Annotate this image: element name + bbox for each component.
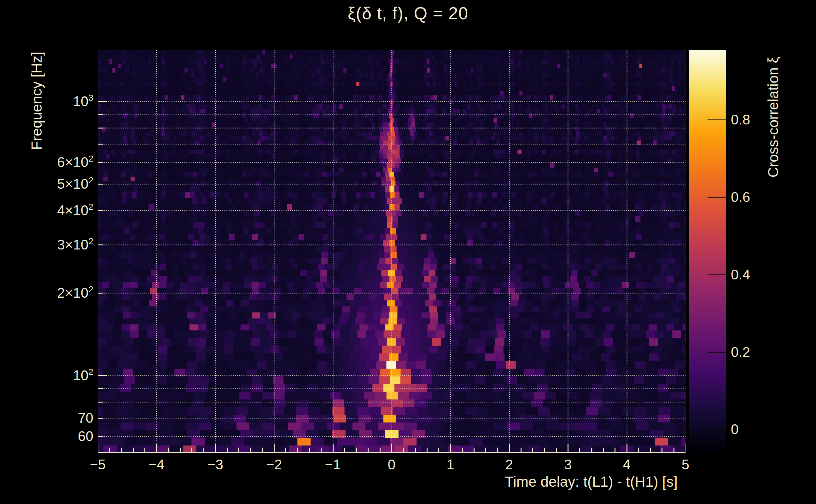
y-axis-tick-label: 5×102 (21, 176, 93, 194)
y-tick-base: 3×10 (57, 237, 88, 252)
x-axis-tick-label: −2 (255, 456, 293, 473)
x-axis-tick-label: 1 (431, 456, 469, 473)
colorbar-tick-label: 0.4 (731, 266, 750, 283)
y-tick-exponent: 2 (88, 202, 93, 212)
heatmap-canvas (98, 50, 686, 453)
y-axis-tick-label: 3×102 (21, 237, 93, 255)
y-axis-tick-label: 70 (21, 410, 93, 426)
y-tick-base: 6×10 (57, 154, 88, 170)
x-axis-tick-label: −4 (137, 456, 175, 473)
colorbar-tick-label: 0.6 (731, 189, 750, 205)
y-axis-tick-label: 103 (21, 93, 93, 112)
x-axis-tick-label: 0 (373, 456, 411, 473)
y-tick-base: 5×10 (57, 176, 88, 192)
y-axis-tick-label: 6×102 (21, 154, 93, 172)
y-tick-base: 10 (73, 368, 88, 383)
y-axis-tick-label: 102 (21, 367, 93, 386)
x-axis-tick-label: 5 (667, 456, 704, 473)
x-axis-tick-label: 4 (608, 456, 646, 473)
y-tick-exponent: 2 (88, 175, 93, 185)
y-tick-base: 60 (78, 428, 93, 444)
y-axis-tick-label: 2×102 (21, 285, 93, 303)
colorbar-title: Cross-correlation ξ (765, 57, 782, 178)
y-tick-exponent: 2 (88, 367, 93, 377)
colorbar-tick-label: 0.8 (731, 112, 750, 128)
y-tick-exponent: 2 (88, 236, 93, 246)
y-tick-exponent: 2 (88, 284, 93, 294)
y-axis-tick-label: 60 (21, 428, 93, 444)
y-tick-base: 70 (78, 410, 93, 426)
y-tick-base: 4×10 (57, 203, 88, 218)
x-axis-title: Time delay: t(L1) - t(H1) [s] (497, 473, 686, 490)
y-tick-base: 10 (73, 94, 88, 109)
figure: ξ(δ t, f), Q = 20 Frequency [Hz] Time de… (0, 0, 816, 504)
colorbar-canvas (689, 50, 726, 453)
x-axis-tick-label: 2 (490, 456, 528, 473)
y-tick-exponent: 3 (88, 93, 93, 103)
y-axis-tick-label: 4×102 (21, 202, 93, 221)
x-axis-tick-label: −1 (314, 456, 352, 473)
colorbar-tick-label: 0 (731, 421, 738, 438)
x-axis-tick-label: −5 (79, 456, 117, 473)
chart-title: ξ(δ t, f), Q = 20 (0, 3, 816, 23)
x-axis-tick-label: 3 (549, 456, 587, 473)
y-tick-exponent: 2 (88, 154, 93, 163)
y-tick-base: 2×10 (57, 285, 88, 301)
colorbar-tick-label: 0.2 (731, 344, 750, 360)
x-axis-tick-label: −3 (196, 456, 234, 473)
